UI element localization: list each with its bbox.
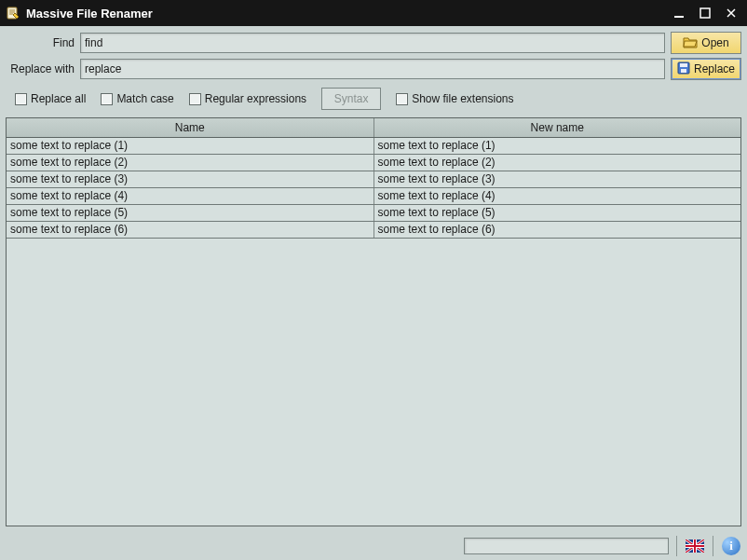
- divider: [713, 536, 713, 556]
- maximize-button[interactable]: [695, 5, 715, 21]
- cell-name: some text to replace (1): [7, 138, 374, 154]
- open-folder-icon: [683, 35, 698, 51]
- table-row[interactable]: some text to replace (3)some text to rep…: [7, 171, 740, 188]
- replace-button-label: Replace: [694, 62, 735, 75]
- find-input[interactable]: [80, 33, 665, 53]
- syntax-button-label: Syntax: [334, 92, 369, 105]
- open-button-label: Open: [701, 36, 728, 49]
- minimize-button[interactable]: [669, 5, 689, 21]
- replace-label: Replace with: [6, 62, 75, 75]
- svg-rect-2: [700, 8, 710, 18]
- cell-newname: some text to replace (4): [374, 188, 741, 204]
- regex-label: Regular expressions: [205, 92, 306, 105]
- cell-newname: some text to replace (3): [374, 171, 741, 187]
- titlebar: Massive File Renamer: [0, 0, 747, 26]
- uk-flag-icon: [686, 540, 704, 553]
- replace-all-label: Replace all: [31, 92, 86, 105]
- table-header: Name New name: [7, 118, 740, 138]
- close-button[interactable]: [721, 5, 741, 21]
- cell-newname: some text to replace (5): [374, 205, 741, 221]
- divider: [676, 536, 677, 556]
- cell-name: some text to replace (5): [7, 205, 374, 221]
- checkbox-box: [15, 93, 27, 105]
- cell-name: some text to replace (6): [7, 222, 374, 238]
- column-header-newname[interactable]: New name: [374, 118, 741, 137]
- checkbox-box: [101, 93, 113, 105]
- table-row[interactable]: some text to replace (5)some text to rep…: [7, 205, 740, 222]
- open-button[interactable]: Open: [671, 32, 741, 54]
- app-window: Massive File Renamer Find Open: [0, 0, 747, 560]
- table-row[interactable]: some text to replace (1)some text to rep…: [7, 138, 740, 155]
- save-disk-icon: [677, 61, 690, 77]
- find-label: Find: [6, 36, 75, 49]
- replace-row: Replace with Replace: [6, 58, 741, 80]
- cell-newname: some text to replace (1): [374, 138, 741, 154]
- info-icon: i: [722, 537, 740, 555]
- cell-name: some text to replace (3): [7, 171, 374, 187]
- table-row[interactable]: some text to replace (4)some text to rep…: [7, 188, 740, 205]
- table-row[interactable]: some text to replace (6)some text to rep…: [7, 222, 740, 239]
- cell-name: some text to replace (2): [7, 155, 374, 171]
- regex-checkbox[interactable]: Regular expressions: [189, 92, 306, 105]
- svg-rect-4: [680, 63, 687, 67]
- progress-bar: [464, 538, 669, 554]
- svg-rect-1: [674, 16, 684, 18]
- syntax-button: Syntax: [321, 88, 381, 110]
- cell-newname: some text to replace (6): [374, 222, 741, 238]
- show-extensions-label: Show file extensions: [412, 92, 513, 105]
- replace-all-checkbox[interactable]: Replace all: [15, 92, 86, 105]
- options-row: Replace all Match case Regular expressio…: [6, 84, 741, 114]
- find-row: Find Open: [6, 32, 741, 54]
- svg-rect-10: [686, 545, 704, 547]
- statusbar: i: [0, 532, 747, 560]
- cell-newname: some text to replace (2): [374, 155, 741, 171]
- table-row[interactable]: some text to replace (2)some text to rep…: [7, 155, 740, 171]
- window-title: Massive File Renamer: [26, 7, 663, 20]
- table-body: some text to replace (1)some text to rep…: [7, 138, 740, 526]
- replace-input[interactable]: [80, 59, 665, 79]
- content-area: Find Open Replace with: [0, 26, 747, 532]
- file-table: Name New name some text to replace (1)so…: [6, 117, 741, 526]
- checkbox-box: [396, 93, 408, 105]
- about-button[interactable]: i: [721, 536, 741, 556]
- checkbox-box: [189, 93, 201, 105]
- cell-name: some text to replace (4): [7, 188, 374, 204]
- column-header-name[interactable]: Name: [7, 118, 374, 137]
- match-case-checkbox[interactable]: Match case: [101, 92, 173, 105]
- show-extensions-checkbox[interactable]: Show file extensions: [396, 92, 513, 105]
- match-case-label: Match case: [116, 92, 173, 105]
- app-icon: [6, 6, 20, 20]
- language-button[interactable]: [685, 536, 705, 556]
- replace-button[interactable]: Replace: [671, 58, 741, 80]
- svg-rect-5: [681, 69, 686, 73]
